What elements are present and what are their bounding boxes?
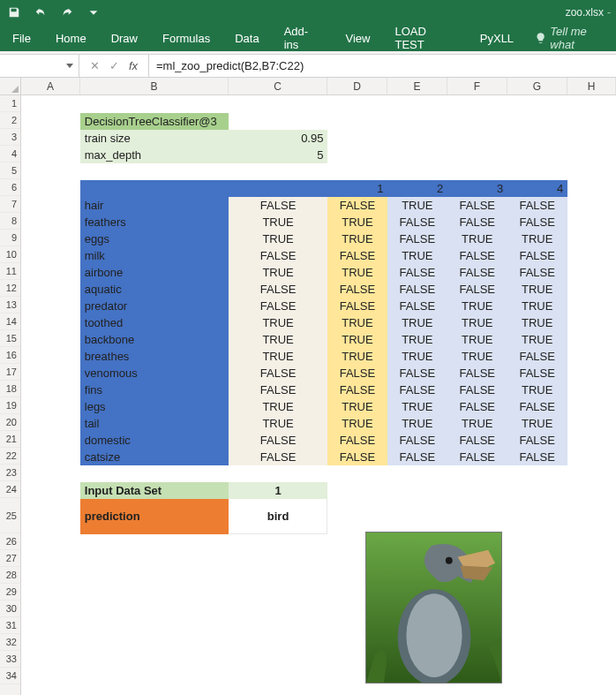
row-header-33[interactable]: 33	[0, 651, 20, 668]
cell-feature-v2[interactable]: FALSE	[387, 281, 447, 298]
cell-feature-v4[interactable]: TRUE	[507, 314, 567, 331]
cell-feature-v2[interactable]: FALSE	[387, 381, 447, 398]
cell-feature-v0[interactable]: FALSE	[229, 365, 327, 381]
cell-feature-v0[interactable]: TRUE	[229, 415, 327, 432]
cell-feature-v1[interactable]: TRUE	[327, 264, 387, 281]
row-header-18[interactable]: 18	[0, 381, 20, 397]
cell-feature-v3[interactable]: FALSE	[447, 264, 507, 281]
cell-feature-v1[interactable]: TRUE	[327, 348, 387, 365]
cell-feature-label[interactable]: toothed	[80, 314, 229, 331]
cell-feature-v3[interactable]: FALSE	[447, 247, 507, 264]
row-header-3[interactable]: 3	[0, 129, 20, 146]
cell-feature-v4[interactable]: TRUE	[507, 331, 567, 348]
row-header-6[interactable]: 6	[0, 179, 20, 196]
cell-param1-label[interactable]: max_depth	[80, 147, 229, 163]
cell-feature-v2[interactable]: TRUE	[387, 331, 447, 348]
cell-feature-v0[interactable]: FALSE	[229, 247, 327, 264]
cell-feature-v3[interactable]: FALSE	[447, 197, 507, 214]
cell-feature-v0[interactable]: TRUE	[229, 214, 327, 230]
cell-feature-v2[interactable]: FALSE	[387, 264, 447, 281]
cell-feature-v2[interactable]: TRUE	[387, 398, 447, 415]
cell-feature-v0[interactable]: TRUE	[229, 348, 327, 365]
cell-feature-v0[interactable]: FALSE	[229, 298, 327, 314]
cell-inputset-label[interactable]: Input Data Set	[80, 482, 229, 499]
row-header-34[interactable]: 34	[0, 668, 20, 684]
accept-formula-icon[interactable]: ✓	[108, 59, 120, 72]
cell-feature-v4[interactable]: FALSE	[507, 264, 567, 281]
cell-feature-v4[interactable]: TRUE	[507, 298, 567, 314]
col-header-a[interactable]: A	[21, 78, 80, 94]
row-header-26[interactable]: 26	[0, 533, 20, 550]
cell-feature-v1[interactable]: FALSE	[327, 365, 387, 381]
tab-data[interactable]: Data	[222, 25, 271, 51]
cell-feature-v3[interactable]: FALSE	[447, 381, 507, 398]
cell-feature-v3[interactable]: TRUE	[447, 331, 507, 348]
cell-feature-v4[interactable]: FALSE	[507, 214, 567, 230]
cell-feature-v2[interactable]: TRUE	[387, 247, 447, 264]
cell-feature-v4[interactable]: FALSE	[507, 432, 567, 449]
col-header-f[interactable]: F	[447, 78, 507, 94]
row-header-1[interactable]: 1	[0, 95, 20, 112]
tab-loadtest[interactable]: LOAD TEST	[382, 25, 467, 51]
formula-input[interactable]: =ml_zoo_predict(B2,B7:C22)	[149, 55, 616, 77]
row-header-8[interactable]: 8	[0, 213, 20, 230]
cell-feature-v3[interactable]: FALSE	[447, 432, 507, 449]
row-header-19[interactable]: 19	[0, 397, 20, 414]
row-header-28[interactable]: 28	[0, 567, 20, 584]
cell-feature-v1[interactable]: FALSE	[327, 381, 387, 398]
cell-feature-v3[interactable]: TRUE	[447, 230, 507, 247]
col-header-b[interactable]: B	[80, 78, 229, 94]
cell-param0-value[interactable]: 0.95	[229, 130, 327, 147]
cell-inputset-value[interactable]: 1	[229, 482, 327, 499]
cell-feature-label[interactable]: catsize	[80, 449, 229, 465]
hdr-num-3[interactable]: 3	[447, 180, 507, 197]
cell-feature-v0[interactable]: FALSE	[229, 432, 327, 449]
cell-feature-label[interactable]: tail	[80, 415, 229, 432]
cell-feature-v3[interactable]: TRUE	[447, 314, 507, 331]
cell-feature-v1[interactable]: TRUE	[327, 230, 387, 247]
cell-feature-v1[interactable]: TRUE	[327, 214, 387, 230]
cell-feature-v0[interactable]: TRUE	[229, 230, 327, 247]
save-icon[interactable]	[7, 5, 21, 19]
cell-feature-v1[interactable]: FALSE	[327, 247, 387, 264]
row-header-12[interactable]: 12	[0, 280, 20, 297]
cell-feature-v0[interactable]: FALSE	[229, 281, 327, 298]
cell-feature-v0[interactable]: TRUE	[229, 398, 327, 415]
cell-feature-v4[interactable]: TRUE	[507, 281, 567, 298]
tab-file[interactable]: File	[0, 25, 43, 51]
row-header-7[interactable]: 7	[0, 196, 20, 213]
row-header-9[interactable]: 9	[0, 230, 20, 246]
row-header-10[interactable]: 10	[0, 246, 20, 263]
row-header-21[interactable]: 21	[0, 431, 20, 448]
row-header-5[interactable]: 5	[0, 162, 20, 179]
cell-feature-v2[interactable]: FALSE	[387, 230, 447, 247]
cell-feature-v1[interactable]: TRUE	[327, 331, 387, 348]
cell-feature-v4[interactable]: TRUE	[507, 230, 567, 247]
cell-param0-label[interactable]: train size	[80, 130, 229, 147]
hdr-num-2[interactable]: 2	[387, 180, 447, 197]
cell-feature-v3[interactable]: FALSE	[447, 214, 507, 230]
cell-feature-v1[interactable]: FALSE	[327, 432, 387, 449]
row-header-17[interactable]: 17	[0, 364, 20, 381]
cell-feature-label[interactable]: eggs	[80, 230, 229, 247]
cell-prediction-label[interactable]: prediction	[80, 499, 229, 534]
cell-feature-v1[interactable]: FALSE	[327, 298, 387, 314]
embedded-image-bird[interactable]	[365, 532, 502, 684]
spreadsheet-grid[interactable]: A B C D E F G H 123456789101112131415161…	[0, 78, 616, 695]
cells-area[interactable]: DecisionTreeClassifier@3 train size0.95 …	[21, 95, 616, 695]
customize-qat-icon[interactable]	[86, 5, 101, 19]
cell-feature-v2[interactable]: TRUE	[387, 197, 447, 214]
cell-feature-v2[interactable]: FALSE	[387, 432, 447, 449]
cell-feature-v2[interactable]: TRUE	[387, 415, 447, 432]
cell-feature-v3[interactable]: FALSE	[447, 398, 507, 415]
cell-feature-v4[interactable]: TRUE	[507, 415, 567, 432]
tab-home[interactable]: Home	[43, 25, 99, 51]
tab-formulas[interactable]: Formulas	[150, 25, 222, 51]
cell-feature-label[interactable]: venomous	[80, 365, 229, 381]
row-header-16[interactable]: 16	[0, 347, 20, 364]
col-header-h[interactable]: H	[567, 78, 616, 94]
row-header-15[interactable]: 15	[0, 330, 20, 347]
cell-feature-v2[interactable]: TRUE	[387, 348, 447, 365]
cell-feature-label[interactable]: feathers	[80, 214, 229, 230]
tab-draw[interactable]: Draw	[99, 25, 150, 51]
